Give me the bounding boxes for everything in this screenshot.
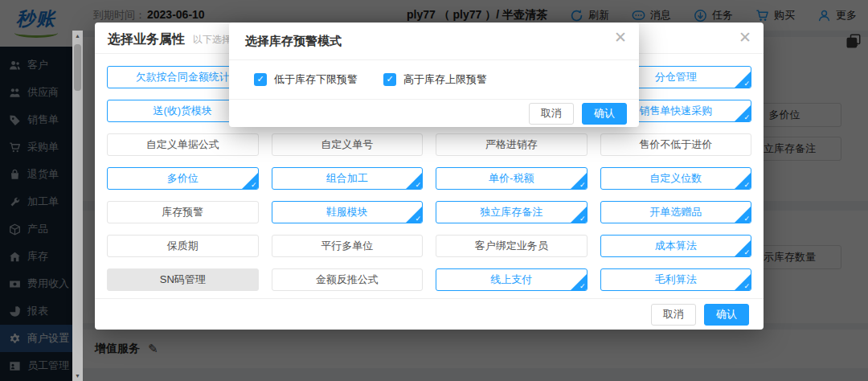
attribute-option[interactable]: 库存预警 bbox=[107, 201, 259, 223]
attribute-option[interactable]: 开单选赠品✓ bbox=[600, 201, 752, 223]
confirm-button[interactable]: 确认 bbox=[582, 103, 627, 125]
modal-title: 选择库存预警模式 bbox=[245, 34, 342, 49]
attribute-option[interactable]: 单价-税额✓ bbox=[436, 167, 588, 190]
warning-mode-checkbox[interactable]: ✓高于库存上限预警 bbox=[383, 72, 487, 87]
app-window: 秒账 到期时间：2023-06-10 ply77 （ ply77 ）/ 半壶清茶… bbox=[0, 0, 868, 381]
attribute-option[interactable]: 平行多单位 bbox=[272, 235, 424, 257]
attribute-option[interactable]: 毛利算法✓ bbox=[600, 268, 752, 291]
scroll-up-icon[interactable]: ▲ bbox=[75, 33, 80, 39]
attribute-option-label: 自定义单据公式 bbox=[146, 137, 219, 152]
attribute-option-label: 自定义位数 bbox=[649, 171, 702, 186]
attribute-option-label: 金额反推公式 bbox=[316, 272, 379, 287]
attribute-option-label: 鞋服模块 bbox=[326, 205, 368, 219]
attribute-option[interactable]: SN码管理 bbox=[107, 268, 259, 291]
attribute-option-label: 线上支付 bbox=[490, 272, 532, 287]
modal-footer: 取消 确认 bbox=[95, 298, 764, 330]
check-icon: ✓ bbox=[743, 114, 750, 121]
check-icon: ✓ bbox=[579, 182, 586, 189]
attribute-option[interactable]: 自定义位数✓ bbox=[600, 167, 752, 190]
confirm-button[interactable]: 确认 bbox=[704, 304, 749, 326]
checkbox-label: 低于库存下限预警 bbox=[274, 72, 358, 87]
attribute-option-label: 自定义单号 bbox=[321, 137, 373, 152]
check-icon: ✓ bbox=[415, 182, 421, 189]
attribute-option[interactable]: 售价不低于进价 bbox=[600, 133, 752, 156]
scroll-down-icon[interactable]: ▼ bbox=[75, 373, 80, 379]
attribute-option[interactable]: 成本算法✓ bbox=[600, 235, 752, 257]
attribute-option-label: 单价-税额 bbox=[489, 171, 534, 186]
attribute-option-label: 欠款按合同金额统计 bbox=[136, 70, 230, 84]
modal-header: 选择库存预警模式 bbox=[229, 23, 639, 60]
warning-mode-options: ✓低于库存下限预警✓高于库存上限预警 bbox=[229, 60, 639, 98]
attribute-option-label: 分仓管理 bbox=[655, 70, 697, 84]
attribute-option[interactable]: 独立库存备注✓ bbox=[436, 201, 588, 223]
cancel-button[interactable]: 取消 bbox=[529, 103, 574, 125]
attribute-option-label: SN码管理 bbox=[160, 272, 206, 287]
check-icon: ✓ bbox=[743, 182, 750, 189]
scrollbar-thumb[interactable] bbox=[74, 44, 81, 91]
attribute-option-label: 组合加工 bbox=[326, 171, 368, 186]
check-icon: ✓ bbox=[743, 80, 750, 88]
check-icon: ✓ bbox=[743, 283, 750, 290]
cancel-button[interactable]: 取消 bbox=[651, 304, 696, 326]
close-icon[interactable]: ✕ bbox=[614, 30, 627, 45]
attribute-option[interactable]: 鞋服模块✓ bbox=[272, 201, 424, 223]
check-icon: ✓ bbox=[743, 249, 750, 256]
check-icon: ✓ bbox=[579, 215, 586, 223]
checkbox-label: 高于库存上限预警 bbox=[403, 72, 487, 87]
attribute-option[interactable]: 多价位✓ bbox=[107, 167, 259, 190]
attribute-option-label: 开单选赠品 bbox=[649, 205, 702, 219]
attribute-option-label: 成本算法 bbox=[655, 239, 697, 253]
vertical-scrollbar[interactable]: ▲ ▼ bbox=[72, 31, 83, 381]
attribute-option-label: 销售单快速采购 bbox=[639, 104, 712, 118]
inventory-warning-modal: 选择库存预警模式 ✕ ✓低于库存下限预警✓高于库存上限预警 取消 确认 bbox=[229, 23, 639, 127]
modal-title: 选择业务属性 bbox=[108, 31, 185, 48]
attribute-option-label: 库存预警 bbox=[162, 205, 203, 219]
warning-mode-checkbox[interactable]: ✓低于库存下限预警 bbox=[254, 72, 358, 87]
attribute-option-label: 保质期 bbox=[167, 239, 199, 253]
attribute-option[interactable]: 客户绑定业务员 bbox=[436, 235, 588, 257]
attribute-option[interactable]: 自定义单据公式 bbox=[107, 133, 259, 156]
attribute-option[interactable]: 线上支付✓ bbox=[436, 268, 588, 291]
attribute-option-label: 毛利算法 bbox=[655, 272, 697, 287]
check-icon: ✓ bbox=[415, 215, 421, 223]
attribute-option-label: 客户绑定业务员 bbox=[475, 239, 548, 253]
close-icon[interactable]: ✕ bbox=[739, 30, 751, 45]
checkbox-checked-icon[interactable]: ✓ bbox=[254, 73, 267, 86]
check-icon: ✓ bbox=[743, 215, 750, 223]
attribute-option-label: 严格进销存 bbox=[485, 137, 538, 152]
attribute-option[interactable]: 金额反推公式 bbox=[272, 268, 424, 291]
attribute-option-label: 多价位 bbox=[167, 171, 199, 186]
attribute-option[interactable]: 组合加工✓ bbox=[272, 167, 424, 190]
attribute-option-label: 平行多单位 bbox=[321, 239, 373, 253]
modal-footer: 取消 确认 bbox=[229, 99, 639, 127]
attribute-option-label: 售价不低于进价 bbox=[639, 137, 712, 152]
check-icon: ✓ bbox=[579, 283, 586, 290]
checkbox-checked-icon[interactable]: ✓ bbox=[383, 73, 396, 86]
attribute-option[interactable]: 严格进销存 bbox=[436, 133, 588, 156]
attribute-option[interactable]: 保质期 bbox=[107, 235, 259, 257]
attribute-option[interactable]: 自定义单号 bbox=[272, 133, 424, 156]
check-icon: ✓ bbox=[251, 182, 257, 189]
attribute-option-label: 独立库存备注 bbox=[480, 205, 542, 219]
attribute-option-label: 送(收)货模块 bbox=[153, 104, 212, 118]
